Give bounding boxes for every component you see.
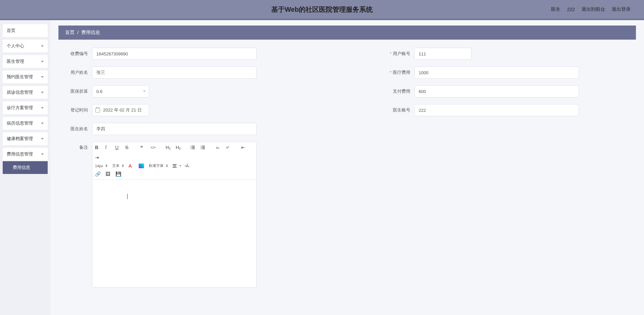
rich-editor: B I U S ❝ </> H₁ H₂ xyxy=(92,142,257,287)
font-type-select[interactable]: 文本 xyxy=(112,163,124,168)
sidebar-item-treatment-mgmt[interactable]: 诊疗方案管理 xyxy=(3,101,48,114)
strike-icon[interactable]: S xyxy=(125,145,131,150)
sidebar-item-fee-info[interactable]: 费用信息 xyxy=(3,161,48,174)
chevron-down-icon xyxy=(41,92,44,93)
chevron-down-icon xyxy=(41,107,44,109)
align-icon[interactable] xyxy=(173,163,181,169)
input-pay-fee[interactable] xyxy=(414,85,579,97)
editor-toolbar: B I U S ❝ </> H₁ H₂ xyxy=(92,142,256,180)
label-pay-fee: 支付费用 xyxy=(381,88,414,94)
italic-icon[interactable]: I xyxy=(105,145,110,150)
editor-body[interactable] xyxy=(92,180,256,287)
input-user-account[interactable] xyxy=(414,48,471,60)
sidebar-item-label: 诊疗方案管理 xyxy=(7,105,33,111)
superscript-icon[interactable]: x² xyxy=(226,145,231,149)
ordered-list-icon[interactable] xyxy=(191,146,196,149)
image-icon[interactable]: 🖼 xyxy=(105,171,111,177)
input-user-name[interactable] xyxy=(92,66,257,79)
indent-left-icon[interactable]: ⇤ xyxy=(241,145,246,150)
breadcrumb: 首页 / 费用信息 xyxy=(58,26,636,40)
text-caret xyxy=(127,194,128,199)
label-remark: 备注 xyxy=(58,142,92,150)
sidebar-item-label: 首页 xyxy=(7,28,15,34)
h2-icon[interactable]: H₂ xyxy=(176,145,181,150)
label-user-name: 用户姓名 xyxy=(58,70,92,76)
chevron-down-icon xyxy=(41,153,44,155)
save-icon[interactable]: 💾 xyxy=(116,171,121,177)
sidebar-item-health-mgmt[interactable]: 健康档案管理 xyxy=(3,132,48,145)
sidebar-item-label: 病历信息管理 xyxy=(7,120,33,126)
sidebar-item-visit-mgmt[interactable]: 就诊信息管理 xyxy=(3,86,48,99)
sidebar-item-label: 就诊信息管理 xyxy=(7,89,33,95)
sidebar-item-appointment-mgmt[interactable]: 预约医生管理 xyxy=(3,71,48,83)
user-role[interactable]: 医生 xyxy=(551,6,560,12)
underline-icon[interactable]: U xyxy=(115,145,121,150)
topbar-right: 医生 222 退出到前台 退出登录 xyxy=(551,6,631,12)
logout-link[interactable]: 退出登录 xyxy=(612,6,631,12)
input-fee-no[interactable] xyxy=(92,48,257,60)
sidebar-item-fee-mgmt[interactable]: 费用信息管理 xyxy=(3,148,48,161)
breadcrumb-home[interactable]: 首页 xyxy=(65,30,75,36)
input-doctor-name[interactable] xyxy=(92,123,257,135)
logout-front-link[interactable]: 退出到前台 xyxy=(582,6,605,12)
sidebar-item-label: 健康档案管理 xyxy=(7,136,33,142)
sidebar-item-home[interactable]: 首页 xyxy=(3,24,48,37)
bold-icon[interactable]: B xyxy=(95,145,100,150)
label-user-account: *用户账号 xyxy=(381,51,414,57)
chevron-down-icon xyxy=(41,61,44,62)
main-content: 首页 / 费用信息 收费编号 *用户账号 用户姓名 xyxy=(50,20,644,315)
top-bar: 基于Web的社区医院管理服务系统 医生 222 退出到前台 退出登录 xyxy=(0,0,644,20)
font-family-select[interactable]: 标准字体 xyxy=(149,163,168,168)
chevron-down-icon xyxy=(41,123,44,124)
select-insurance-ratio[interactable] xyxy=(92,85,149,97)
label-doctor-name: 医生姓名 xyxy=(58,126,92,132)
sidebar-item-record-mgmt[interactable]: 病历信息管理 xyxy=(3,117,48,130)
clear-format-icon[interactable]: I̶ₓ xyxy=(186,163,191,169)
sidebar-item-label: 医生管理 xyxy=(7,58,24,64)
code-icon[interactable]: </> xyxy=(150,145,156,149)
h1-icon[interactable]: H₁ xyxy=(166,145,171,150)
font-color-icon[interactable]: A xyxy=(129,163,134,169)
subscript-icon[interactable]: x₂ xyxy=(216,145,221,150)
submenu-item-label: 费用信息 xyxy=(13,165,30,170)
font-size-select[interactable]: 14px xyxy=(95,164,107,168)
sidebar-item-label: 个人中心 xyxy=(7,43,24,49)
chevron-down-icon xyxy=(41,76,44,78)
label-insurance-ratio: 医保折算 xyxy=(58,88,92,94)
sidebar-item-doctor-mgmt[interactable]: 医生管理 xyxy=(3,55,48,68)
app-title: 基于Web的社区医院管理服务系统 xyxy=(271,5,373,14)
sidebar-item-label: 费用信息管理 xyxy=(7,151,33,157)
form: 收费编号 *用户账号 用户姓名 *医疗费用 xyxy=(58,40,636,302)
sidebar-item-personal[interactable]: 个人中心 xyxy=(3,40,48,52)
sidebar: 首页 个人中心 医生管理 预约医生管理 就诊信息管理 诊疗方案管理 病历信息管理… xyxy=(0,20,50,315)
bullet-list-icon[interactable] xyxy=(201,146,206,149)
breadcrumb-current: 费用信息 xyxy=(81,30,100,36)
sidebar-item-label: 预约医生管理 xyxy=(7,74,33,80)
quote-icon[interactable]: ❝ xyxy=(140,145,146,150)
label-doctor-account: 医生账号 xyxy=(381,107,414,113)
indent-right-icon[interactable]: ⇥ xyxy=(95,155,100,160)
breadcrumb-sep: / xyxy=(77,30,79,35)
user-name[interactable]: 222 xyxy=(567,7,575,12)
link-icon[interactable]: 🔗 xyxy=(95,171,101,177)
input-doctor-account[interactable] xyxy=(414,104,579,116)
submenu: 费用信息 xyxy=(3,161,48,174)
label-medical-fee: *医疗费用 xyxy=(381,70,414,76)
label-reg-time: 登记时间 xyxy=(58,107,92,113)
chevron-down-icon xyxy=(41,138,44,140)
input-reg-time[interactable] xyxy=(92,104,149,116)
chevron-down-icon xyxy=(41,45,44,47)
label-fee-no: 收费编号 xyxy=(58,51,92,57)
bg-color-icon[interactable] xyxy=(139,164,144,168)
input-medical-fee[interactable] xyxy=(414,66,579,79)
